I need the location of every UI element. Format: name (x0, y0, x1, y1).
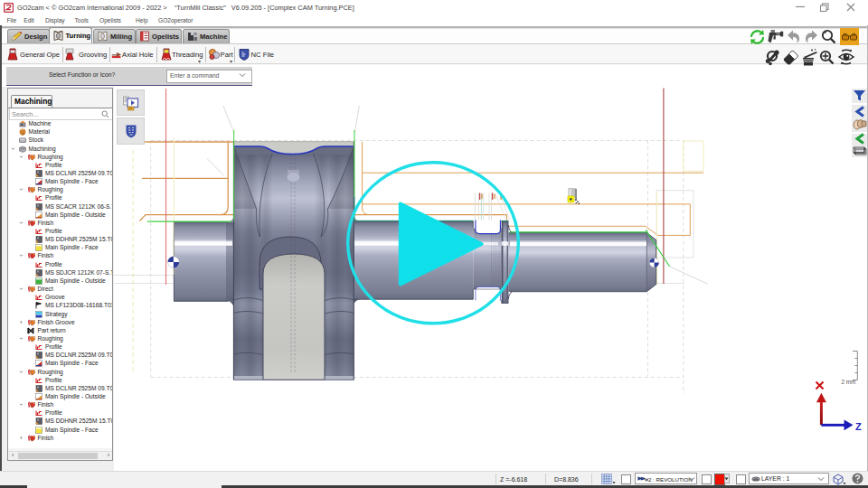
svg-text:2 mm: 2 mm (842, 379, 856, 385)
svg-text:Z: Z (855, 421, 862, 432)
